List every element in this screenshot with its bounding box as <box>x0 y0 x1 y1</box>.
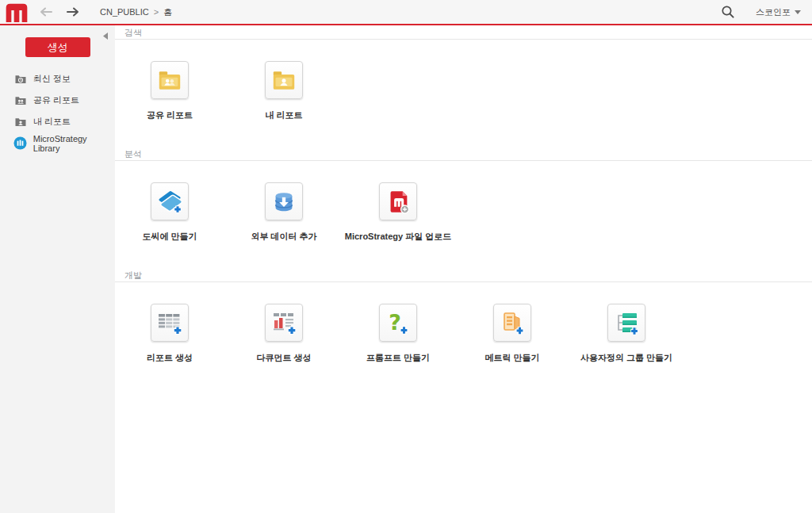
tile-cell: 외부 데이터 추가 <box>265 182 303 220</box>
breadcrumb: CN_PUBLIC > 홈 <box>100 6 172 18</box>
sidebar-nav: 최신 정보 공유 리포트 내 <box>0 68 115 154</box>
section-header-browse: 검색 <box>115 25 812 40</box>
section-body-browse: 공유 리포트 내 리포트 <box>115 40 812 147</box>
user-menu[interactable]: 스코인포 <box>756 6 801 18</box>
tile-label[interactable]: 리포트 생성 <box>147 352 193 364</box>
tile-cell: 메트릭 만들기 <box>493 304 531 342</box>
upload-mstr-file-icon <box>385 190 412 214</box>
sidebar-item-shared-reports[interactable]: 공유 리포트 <box>0 90 115 111</box>
user-name-label: 스코인포 <box>756 6 791 18</box>
tile-create-prompt[interactable]: ? <box>379 304 417 342</box>
tile-upload-mstr-file[interactable] <box>379 182 417 220</box>
my-reports-folder-icon <box>270 69 297 92</box>
sidebar-item-my-reports[interactable]: 내 리포트 <box>0 111 115 132</box>
create-prompt-icon: ? <box>384 310 412 335</box>
tile-create-metric[interactable] <box>493 304 531 342</box>
sidebar-item-label: MicroStrategy Library <box>33 134 115 153</box>
tile-create-report[interactable] <box>151 304 189 342</box>
sidebar: 생성 최신 정보 공유 리포트 <box>0 25 115 513</box>
add-external-data-icon <box>270 190 297 214</box>
folder-personal-icon <box>13 117 28 127</box>
tile-label[interactable]: 공유 리포트 <box>147 109 193 121</box>
main-content: 검색 공유 리포트 <box>115 25 812 513</box>
section-header-develop: 개발 <box>115 268 812 282</box>
tile-label[interactable]: 외부 데이터 추가 <box>251 231 316 243</box>
tile-cell: ? 프롬프트 만들기 <box>379 304 417 342</box>
microstrategy-logo[interactable] <box>0 0 33 24</box>
create-report-icon <box>155 310 184 335</box>
create-dossier-icon <box>155 189 184 214</box>
tile-label[interactable]: 다큐먼트 생성 <box>256 352 311 364</box>
create-document-icon <box>270 310 298 335</box>
tile-cell: 내 리포트 <box>265 61 303 99</box>
tile-label[interactable]: 도씨에 만들기 <box>142 231 197 243</box>
caret-down-icon <box>795 10 801 14</box>
create-custom-group-icon <box>612 310 641 335</box>
back-arrow-icon <box>39 6 53 17</box>
tile-create-custom-group[interactable] <box>607 304 645 342</box>
forward-button[interactable] <box>63 2 82 21</box>
folder-recents-icon <box>13 74 28 84</box>
shared-reports-folder-icon <box>156 69 183 92</box>
tile-cell: 도씨에 만들기 <box>151 182 189 220</box>
sidebar-item-label: 내 리포트 <box>33 116 71 128</box>
sidebar-collapse-toggle[interactable] <box>100 30 111 41</box>
create-button[interactable]: 생성 <box>25 37 90 57</box>
folder-shared-icon <box>13 95 28 105</box>
tile-cell: MicroStrategy 파일 업로드 <box>379 182 417 220</box>
tile-cell: 리포트 생성 <box>151 304 189 342</box>
tile-create-document[interactable] <box>265 304 303 342</box>
tile-shared-reports[interactable] <box>151 61 189 99</box>
tile-label[interactable]: 프롬프트 만들기 <box>366 352 430 364</box>
breadcrumb-project[interactable]: CN_PUBLIC <box>100 7 149 17</box>
tile-label[interactable]: MicroStrategy 파일 업로드 <box>345 231 451 243</box>
create-metric-icon <box>498 310 527 335</box>
svg-text:?: ? <box>389 310 401 335</box>
search-icon <box>721 5 735 19</box>
tile-label[interactable]: 내 리포트 <box>265 109 302 121</box>
breadcrumb-page: 홈 <box>163 6 172 18</box>
library-icon <box>13 136 28 150</box>
collapse-left-icon <box>103 33 108 40</box>
sidebar-item-label: 최신 정보 <box>33 73 71 85</box>
forward-arrow-icon <box>66 6 80 17</box>
sidebar-item-recents[interactable]: 최신 정보 <box>0 68 115 90</box>
section-body-develop: 리포트 생성 다큐먼트 생성 <box>115 282 812 389</box>
breadcrumb-separator: > <box>154 7 159 17</box>
tile-label[interactable]: 사용자정의 그룹 만들기 <box>580 352 672 364</box>
tile-cell: 공유 리포트 <box>151 61 189 99</box>
tile-cell: 다큐먼트 생성 <box>265 304 303 342</box>
sidebar-item-label: 공유 리포트 <box>33 94 79 106</box>
tile-create-dossier[interactable] <box>151 182 189 220</box>
search-button[interactable] <box>719 3 737 21</box>
tile-add-external-data[interactable] <box>265 182 303 220</box>
tile-label[interactable]: 메트릭 만들기 <box>485 352 539 364</box>
tile-cell: 사용자정의 그룹 만들기 <box>607 304 645 342</box>
microstrategy-logo-icon <box>5 2 29 22</box>
sidebar-item-library[interactable]: MicroStrategy Library <box>0 132 115 154</box>
section-header-analysis: 분석 <box>115 147 812 161</box>
top-bar: CN_PUBLIC > 홈 스코인포 <box>0 0 812 25</box>
tile-my-reports[interactable] <box>265 61 303 99</box>
section-body-analysis: 도씨에 만들기 외부 데이터 추가 <box>115 161 812 268</box>
back-button[interactable] <box>36 2 56 21</box>
